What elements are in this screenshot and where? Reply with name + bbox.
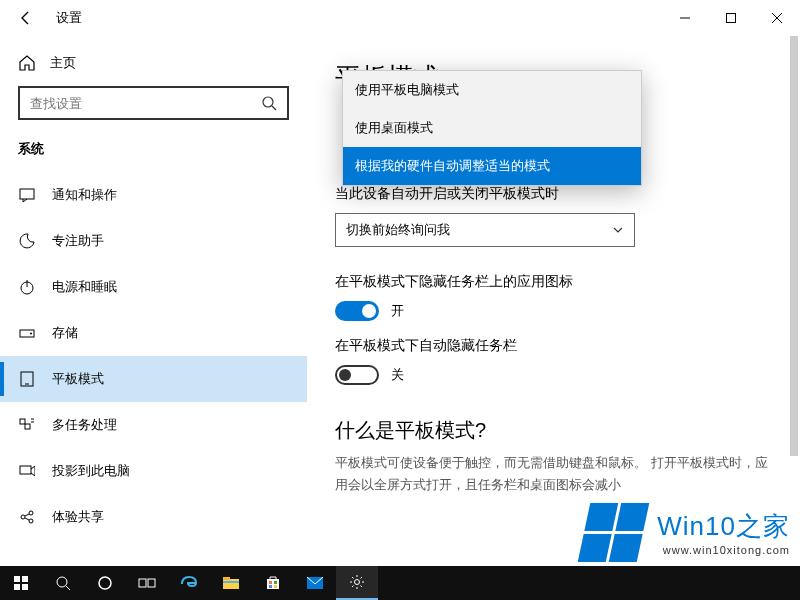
title-bar: 设置 bbox=[0, 0, 800, 36]
svg-rect-1 bbox=[727, 14, 736, 23]
store-icon[interactable] bbox=[252, 566, 294, 600]
nav-label: 体验共享 bbox=[52, 508, 104, 526]
svg-rect-34 bbox=[223, 581, 239, 583]
svg-rect-17 bbox=[20, 466, 31, 474]
svg-point-27 bbox=[57, 577, 67, 587]
signin-mode-dropdown-menu: 使用平板电脑模式 使用桌面模式 根据我的硬件自动调整适当的模式 bbox=[342, 70, 642, 186]
share-icon bbox=[18, 508, 36, 526]
nav-label: 通知和操作 bbox=[52, 186, 117, 204]
svg-point-29 bbox=[99, 577, 111, 589]
hide-icons-label: 在平板模式下隐藏任务栏上的应用图标 bbox=[335, 273, 772, 291]
sidebar: 主页 系统 通知和操作 专注助手 电源和睡眠 存储 平板模式 多任 bbox=[0, 36, 307, 566]
hide-taskbar-label: 在平板模式下自动隐藏任务栏 bbox=[335, 337, 772, 355]
power-icon bbox=[18, 278, 36, 296]
svg-point-4 bbox=[263, 97, 273, 107]
svg-rect-26 bbox=[22, 584, 28, 590]
auto-switch-dropdown[interactable]: 切换前始终询问我 bbox=[335, 213, 635, 247]
nav-label: 电源和睡眠 bbox=[52, 278, 117, 296]
edge-icon[interactable] bbox=[168, 566, 210, 600]
nav-label: 平板模式 bbox=[52, 370, 104, 388]
maximize-button[interactable] bbox=[708, 2, 754, 34]
nav-notifications[interactable]: 通知和操作 bbox=[0, 172, 307, 218]
section-title: 系统 bbox=[0, 140, 307, 172]
svg-rect-37 bbox=[274, 581, 277, 584]
svg-rect-30 bbox=[139, 579, 146, 587]
svg-rect-23 bbox=[14, 576, 20, 582]
nav-focus-assist[interactable]: 专注助手 bbox=[0, 218, 307, 264]
hide-icons-toggle[interactable] bbox=[335, 301, 379, 321]
svg-line-22 bbox=[25, 518, 29, 520]
svg-line-28 bbox=[66, 586, 70, 590]
tablet-icon bbox=[18, 370, 36, 388]
nav-storage[interactable]: 存储 bbox=[0, 310, 307, 356]
nav-tablet-mode[interactable]: 平板模式 bbox=[0, 356, 307, 402]
svg-rect-38 bbox=[269, 585, 272, 588]
scrollbar-thumb[interactable] bbox=[790, 36, 798, 456]
moon-icon bbox=[18, 232, 36, 250]
svg-rect-36 bbox=[269, 581, 272, 584]
svg-line-5 bbox=[272, 106, 276, 110]
settings-taskbar-icon[interactable] bbox=[336, 566, 378, 600]
home-link[interactable]: 主页 bbox=[0, 48, 307, 86]
dropdown-option[interactable]: 使用桌面模式 bbox=[343, 109, 641, 147]
task-view-icon[interactable] bbox=[126, 566, 168, 600]
close-button[interactable] bbox=[754, 2, 800, 34]
explorer-icon[interactable] bbox=[210, 566, 252, 600]
nav-project[interactable]: 投影到此电脑 bbox=[0, 448, 307, 494]
svg-rect-32 bbox=[223, 579, 239, 589]
dropdown-option[interactable]: 使用平板电脑模式 bbox=[343, 71, 641, 109]
scrollbar[interactable] bbox=[790, 36, 798, 558]
nav-shared-exp[interactable]: 体验共享 bbox=[0, 494, 307, 540]
svg-rect-35 bbox=[267, 579, 279, 589]
window-title: 设置 bbox=[56, 9, 82, 27]
project-icon bbox=[18, 462, 36, 480]
start-button[interactable] bbox=[0, 566, 42, 600]
svg-point-10 bbox=[30, 333, 32, 335]
svg-point-19 bbox=[29, 511, 33, 515]
mail-icon[interactable] bbox=[294, 566, 336, 600]
hide-taskbar-state: 关 bbox=[391, 366, 404, 384]
nav-multitasking[interactable]: 多任务处理 bbox=[0, 402, 307, 448]
search-input-box[interactable] bbox=[18, 86, 289, 120]
dropdown-option-selected[interactable]: 根据我的硬件自动调整适当的模式 bbox=[343, 147, 641, 185]
back-button[interactable] bbox=[16, 8, 36, 28]
svg-rect-33 bbox=[223, 577, 230, 580]
nav-label: 专注助手 bbox=[52, 232, 104, 250]
svg-rect-39 bbox=[274, 585, 277, 588]
auto-switch-label: 当此设备自动开启或关闭平板模式时 bbox=[335, 185, 772, 203]
cortana-icon[interactable] bbox=[84, 566, 126, 600]
hide-icons-state: 开 bbox=[391, 302, 404, 320]
search-input[interactable] bbox=[30, 96, 261, 111]
what-is-desc: 平板模式可使设备便于触控，而无需借助键盘和鼠标。 打开平板模式时，应用会以全屏方… bbox=[335, 452, 772, 496]
timeline-icon bbox=[18, 416, 36, 434]
dropdown-value: 切换前始终询问我 bbox=[346, 221, 450, 239]
home-icon bbox=[18, 54, 36, 72]
nav-power-sleep[interactable]: 电源和睡眠 bbox=[0, 264, 307, 310]
home-label: 主页 bbox=[50, 54, 76, 72]
search-icon bbox=[261, 95, 277, 111]
svg-line-21 bbox=[25, 514, 29, 516]
svg-rect-13 bbox=[20, 419, 25, 424]
minimize-button[interactable] bbox=[662, 2, 708, 34]
hide-taskbar-toggle[interactable] bbox=[335, 365, 379, 385]
svg-point-41 bbox=[355, 580, 360, 585]
svg-rect-6 bbox=[20, 189, 34, 199]
nav-label: 投影到此电脑 bbox=[52, 462, 130, 480]
nav-label: 存储 bbox=[52, 324, 78, 342]
svg-rect-31 bbox=[148, 579, 155, 587]
svg-point-20 bbox=[29, 519, 33, 523]
nav-label: 多任务处理 bbox=[52, 416, 117, 434]
svg-rect-14 bbox=[25, 424, 30, 429]
svg-rect-24 bbox=[22, 576, 28, 582]
svg-rect-25 bbox=[14, 584, 20, 590]
svg-point-18 bbox=[21, 515, 25, 519]
what-is-heading: 什么是平板模式? bbox=[335, 417, 772, 444]
window-controls bbox=[662, 2, 800, 34]
drive-icon bbox=[18, 324, 36, 342]
message-icon bbox=[18, 186, 36, 204]
search-taskbar-icon[interactable] bbox=[42, 566, 84, 600]
taskbar bbox=[0, 566, 800, 600]
chevron-down-icon bbox=[612, 224, 624, 236]
